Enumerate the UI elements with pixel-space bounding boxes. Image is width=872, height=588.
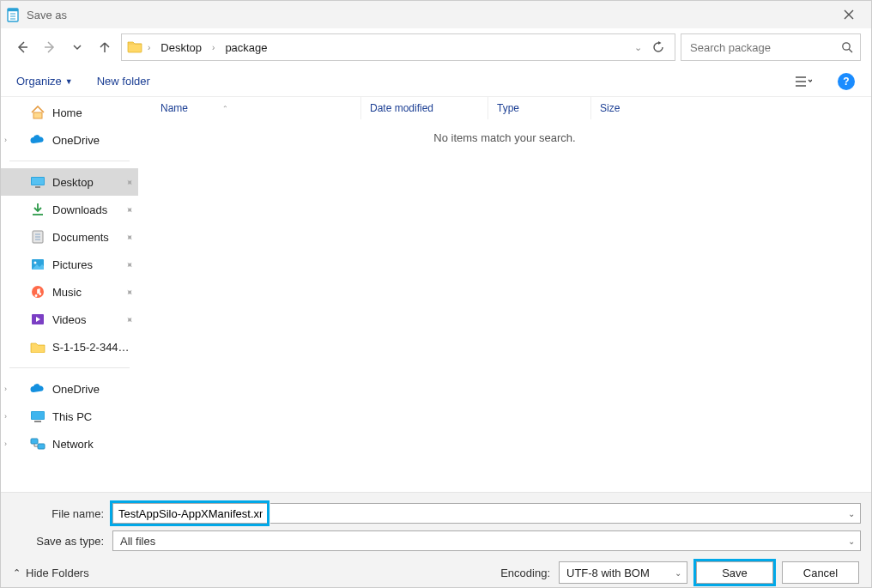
pin-icon: ✦: [123, 258, 136, 271]
sidebar-item-documents[interactable]: Documents ✦: [1, 223, 138, 251]
column-headers: Name ⌃ Date modified Type Size: [138, 97, 871, 119]
encoding-select[interactable]: UTF-8 with BOM ⌄: [559, 561, 687, 584]
bottom-panel: File name: ⌄ Save as type: All files ⌄ ⌃…: [1, 492, 871, 588]
pin-icon: ✦: [123, 230, 136, 244]
toolbar: Organize ▼ New folder ?: [1, 66, 871, 97]
svg-rect-30: [31, 439, 38, 444]
sort-asc-icon: ⌃: [222, 105, 228, 112]
navigation-row: › Desktop › package ⌄: [1, 28, 871, 66]
sidebar-item-videos[interactable]: Videos ✦: [1, 306, 138, 333]
sidebar-label-documents: Documents: [52, 231, 109, 244]
sidebar-item-downloads[interactable]: Downloads ✦: [1, 196, 138, 223]
sidebar-item-onedrive2[interactable]: › OneDrive: [1, 375, 138, 403]
notepad-icon: [6, 7, 20, 22]
folder-icon: [30, 339, 45, 355]
separator: [9, 161, 130, 161]
column-size[interactable]: Size: [591, 97, 677, 119]
new-folder-button[interactable]: New folder: [97, 75, 150, 88]
hide-folders-button[interactable]: ⌃ Hide Folders: [13, 567, 89, 579]
thispc-icon: [30, 409, 45, 424]
help-icon: ?: [838, 73, 855, 90]
music-icon: [30, 284, 45, 300]
chevron-right-icon[interactable]: ›: [212, 43, 215, 52]
expand-icon[interactable]: ›: [4, 136, 13, 144]
hide-folders-label: Hide Folders: [26, 567, 89, 579]
sidebar-item-sidfolder[interactable]: S-1-15-2-344944837…: [1, 333, 138, 361]
pictures-icon: [30, 257, 45, 272]
svg-rect-17: [35, 186, 40, 188]
chevron-right-icon[interactable]: ›: [148, 43, 150, 52]
folder-icon: [127, 39, 142, 55]
sidebar-label-music: Music: [52, 286, 82, 299]
onedrive-icon: [30, 381, 45, 397]
refresh-button[interactable]: [647, 41, 669, 53]
main-area: Home › OneDrive Desktop ✦ Downloads ✦: [1, 97, 871, 492]
search-input[interactable]: [688, 40, 836, 55]
breadcrumb-desktop[interactable]: Desktop: [155, 38, 207, 58]
column-name[interactable]: Name ⌃: [138, 97, 361, 119]
caret-down-icon: ▼: [65, 77, 73, 86]
save-button[interactable]: Save: [696, 561, 773, 584]
svg-rect-1: [8, 9, 18, 11]
videos-icon: [30, 312, 45, 327]
savetype-label: Save as type:: [11, 535, 109, 548]
pin-icon: ✦: [123, 312, 136, 326]
help-button[interactable]: ?: [837, 72, 856, 91]
search-box[interactable]: [681, 33, 861, 61]
sidebar-label-onedrive: OneDrive: [52, 134, 100, 147]
home-icon: [30, 105, 45, 120]
column-type[interactable]: Type: [488, 97, 591, 119]
filename-input[interactable]: [113, 507, 268, 520]
downloads-icon: [30, 202, 45, 217]
sidebar-item-onedrive[interactable]: › OneDrive: [1, 126, 138, 154]
search-icon[interactable]: [841, 41, 853, 53]
sidebar-item-desktop[interactable]: Desktop ✦: [1, 168, 138, 196]
chevron-down-icon[interactable]: ⌄: [675, 568, 681, 578]
close-button[interactable]: [832, 1, 866, 28]
svg-point-9: [843, 43, 850, 50]
separator: [9, 367, 130, 368]
column-date[interactable]: Date modified: [361, 97, 488, 119]
sidebar-label-home: Home: [52, 106, 82, 119]
documents-icon: [30, 229, 45, 245]
up-button[interactable]: [94, 36, 116, 58]
chevron-down-icon[interactable]: ⌄: [634, 42, 642, 53]
filename-field-ext[interactable]: ⌄: [270, 503, 861, 524]
breadcrumb-package[interactable]: package: [220, 38, 272, 58]
svg-point-24: [34, 262, 37, 264]
expand-icon[interactable]: ›: [4, 439, 13, 448]
expand-icon[interactable]: ›: [4, 385, 13, 393]
organize-label: Organize: [16, 75, 62, 88]
sidebar-item-thispc[interactable]: › This PC: [1, 403, 138, 430]
svg-rect-16: [32, 178, 44, 185]
address-bar[interactable]: › Desktop › package ⌄: [121, 33, 675, 61]
sidebar-label-pictures: Pictures: [52, 258, 93, 271]
sidebar-item-home[interactable]: Home: [1, 99, 138, 126]
encoding-label: Encoding:: [500, 567, 550, 579]
encoding-value: UTF-8 with BOM: [566, 567, 650, 579]
sidebar-item-network[interactable]: › Network: [1, 430, 138, 458]
savetype-select[interactable]: All files ⌄: [112, 530, 861, 551]
svg-rect-14: [33, 112, 42, 118]
svg-rect-29: [34, 421, 41, 422]
sidebar-item-music[interactable]: Music ✦: [1, 278, 138, 306]
save-label: Save: [722, 567, 748, 579]
sidebar: Home › OneDrive Desktop ✦ Downloads ✦: [1, 97, 138, 492]
sidebar-item-pictures[interactable]: Pictures ✦: [1, 251, 138, 278]
sidebar-label-network: Network: [52, 438, 94, 451]
cancel-label: Cancel: [803, 567, 838, 579]
view-options-button[interactable]: [794, 72, 813, 91]
expand-icon[interactable]: ›: [4, 412, 13, 421]
cancel-button[interactable]: Cancel: [782, 561, 859, 584]
forward-button[interactable]: [39, 36, 61, 58]
sidebar-label-downloads: Downloads: [52, 203, 107, 216]
chevron-down-icon[interactable]: ⌄: [848, 509, 855, 518]
sidebar-label-onedrive2: OneDrive: [52, 383, 100, 396]
recent-dropdown[interactable]: [66, 36, 88, 58]
back-button[interactable]: [11, 36, 33, 58]
filename-field[interactable]: [112, 503, 267, 524]
sidebar-label-sid: S-1-15-2-344944837…: [52, 341, 135, 354]
svg-rect-28: [32, 412, 44, 419]
chevron-down-icon[interactable]: ⌄: [848, 536, 855, 546]
organize-menu[interactable]: Organize ▼: [16, 75, 73, 88]
